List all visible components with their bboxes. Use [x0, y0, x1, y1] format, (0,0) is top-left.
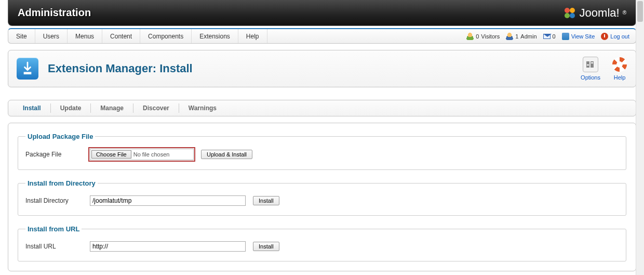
- home-icon: [562, 33, 569, 40]
- mail-icon: [543, 34, 551, 39]
- svg-point-2: [565, 13, 570, 18]
- page-header: Extension Manager: Install Options Help: [8, 50, 636, 87]
- upload-legend: Upload Package File: [25, 133, 95, 140]
- banner-title: Administration: [18, 7, 91, 19]
- install-url-section: Install from URL Install URL Install: [18, 225, 626, 261]
- extension-install-icon: [17, 58, 38, 80]
- install-url-input[interactable]: [90, 241, 246, 252]
- admins-icon: [506, 33, 513, 40]
- content-box: Upload Package File Package File Choose …: [8, 123, 636, 271]
- toolbar-options[interactable]: Options: [581, 57, 600, 81]
- toolbar-help-label: Help: [614, 74, 626, 81]
- menu-help[interactable]: Help: [238, 29, 267, 43]
- tab-update[interactable]: Update: [51, 103, 91, 113]
- svg-rect-6: [591, 61, 594, 68]
- trademark: ®: [623, 10, 626, 16]
- svg-rect-8: [587, 64, 589, 66]
- options-icon: [583, 57, 598, 72]
- directory-legend: Install from Directory: [25, 179, 98, 187]
- toolbar: Options Help: [581, 57, 627, 81]
- brand-logo: Joomla!®: [563, 6, 626, 20]
- status-visitors[interactable]: 0 Visitors: [466, 33, 500, 40]
- page-title: Extension Manager: Install: [48, 62, 193, 75]
- messages-count: 0: [553, 33, 556, 40]
- subtabs: Install Update Manage Discover Warnings: [14, 103, 630, 113]
- logout-label: Log out: [610, 33, 629, 40]
- svg-point-0: [565, 8, 570, 13]
- scrollbar[interactable]: [636, 0, 644, 275]
- install-directory-label: Install Directory: [25, 197, 83, 204]
- main-menu: Site Users Menus Content Components Exte…: [8, 29, 267, 43]
- menu-users[interactable]: Users: [35, 29, 68, 43]
- install-directory-section: Install from Directory Install Directory…: [18, 179, 626, 216]
- status-admins[interactable]: 1 Admin: [506, 33, 536, 40]
- svg-point-1: [570, 8, 575, 13]
- menubar: Site Users Menus Content Components Exte…: [8, 28, 636, 44]
- admins-label: Admin: [520, 33, 536, 40]
- view-site-label: View Site: [571, 33, 595, 40]
- help-icon: [612, 57, 627, 72]
- admins-count: 1: [515, 33, 518, 40]
- upload-install-button[interactable]: Upload & Install: [201, 150, 252, 159]
- tab-discover[interactable]: Discover: [133, 103, 179, 113]
- admin-banner: Administration Joomla!®: [8, 0, 636, 26]
- toolbar-options-label: Options: [581, 74, 600, 81]
- subtabs-box: Install Update Manage Discover Warnings: [8, 100, 636, 116]
- tab-warnings[interactable]: Warnings: [179, 103, 226, 113]
- logout-link[interactable]: Log out: [601, 33, 629, 40]
- svg-rect-7: [591, 62, 593, 63]
- upload-package-section: Upload Package File Package File Choose …: [18, 133, 626, 170]
- install-url-button[interactable]: Install: [253, 242, 279, 251]
- menu-site[interactable]: Site: [8, 29, 35, 43]
- chosen-file-name: No file chosen: [133, 151, 170, 158]
- package-file-input[interactable]: Choose File No file chosen: [90, 149, 194, 160]
- install-directory-button[interactable]: Install: [253, 196, 279, 205]
- visitors-icon: [466, 33, 474, 40]
- visitors-label: Visitors: [481, 33, 500, 40]
- install-directory-input[interactable]: [90, 195, 246, 206]
- tab-install[interactable]: Install: [14, 103, 51, 113]
- brand-text: Joomla!: [580, 6, 620, 20]
- menu-extensions[interactable]: Extensions: [192, 29, 238, 43]
- logout-icon: [601, 33, 608, 40]
- visitors-count: 0: [476, 33, 479, 40]
- package-file-label: Package File: [25, 151, 83, 158]
- view-site-link[interactable]: View Site: [562, 33, 595, 40]
- svg-rect-4: [24, 72, 32, 74]
- menu-components[interactable]: Components: [140, 29, 192, 43]
- choose-file-button[interactable]: Choose File: [91, 150, 131, 159]
- menu-menus[interactable]: Menus: [68, 29, 102, 43]
- joomla-icon: [563, 6, 576, 20]
- install-url-label: Install URL: [25, 243, 83, 250]
- url-legend: Install from URL: [25, 225, 82, 233]
- status-area: 0 Visitors 1 Admin 0 View Site Log out: [466, 29, 636, 43]
- tab-manage[interactable]: Manage: [91, 103, 133, 113]
- svg-point-3: [570, 13, 575, 18]
- menu-content[interactable]: Content: [102, 29, 140, 43]
- toolbar-help[interactable]: Help: [612, 57, 627, 81]
- status-messages[interactable]: 0: [543, 33, 556, 40]
